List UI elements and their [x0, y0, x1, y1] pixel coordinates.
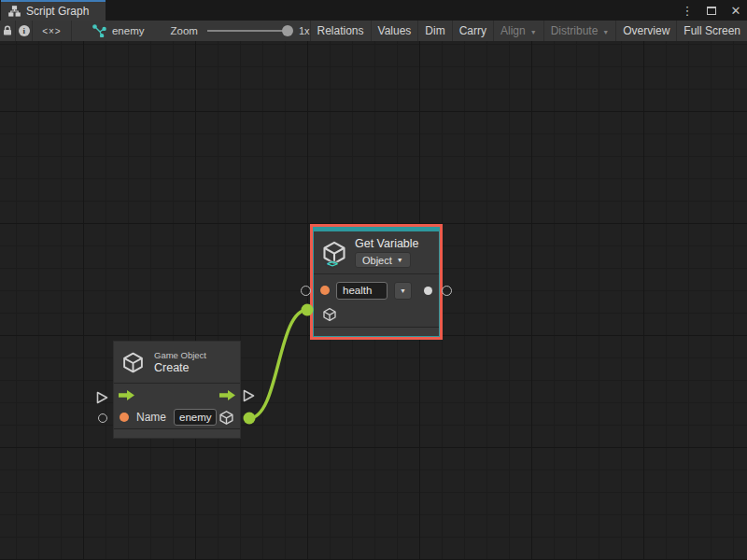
- zoom-slider[interactable]: [207, 30, 291, 32]
- object-type-icon: <>: [327, 258, 337, 270]
- carry-button[interactable]: Carry: [452, 21, 493, 41]
- inspect-button[interactable]: i: [16, 21, 32, 41]
- window-menu-icon[interactable]: ⋮: [680, 2, 695, 19]
- chevron-down-icon: ▼: [602, 29, 609, 35]
- flow-ports-row: [114, 383, 240, 407]
- window-controls: ⋮ ✕: [680, 0, 743, 21]
- variable-name-input[interactable]: health: [336, 282, 388, 300]
- node-header: Game Object Create: [114, 342, 240, 383]
- name-label: Name: [136, 411, 166, 424]
- maximize-icon[interactable]: [704, 2, 719, 19]
- value-port-icon[interactable]: [120, 413, 129, 422]
- chevron-down-icon: ▼: [397, 257, 403, 263]
- value-port-icon[interactable]: [320, 286, 330, 295]
- values-button[interactable]: Values: [371, 21, 418, 41]
- tab-script-graph[interactable]: Script Graph: [1, 0, 106, 21]
- dim-button[interactable]: Dim: [417, 21, 451, 41]
- graph-canvas[interactable]: Game Object Create Name enemy: [0, 41, 747, 560]
- goc-flow-in-port[interactable]: [96, 391, 108, 404]
- lock-icon: [2, 25, 13, 36]
- node-create-game-object[interactable]: Game Object Create Name enemy: [113, 341, 241, 439]
- titlebar: Script Graph ⋮ ✕: [0, 0, 747, 21]
- name-input-row: Name enemy: [114, 407, 240, 429]
- node-footer: [114, 428, 240, 438]
- distribute-button[interactable]: Distribute▼: [543, 21, 616, 41]
- game-object-cube-icon: [121, 351, 145, 374]
- variable-scope-dropdown[interactable]: Object ▼: [355, 252, 411, 268]
- node-title: Create: [154, 361, 206, 374]
- variable-name-row: health ▼: [314, 277, 439, 303]
- node-title: Get Variable: [355, 237, 419, 250]
- wire-endpoint-source[interactable]: [244, 413, 256, 425]
- node-header: <> Get Variable Object ▼: [314, 231, 439, 273]
- target-object-row: [314, 303, 439, 326]
- variable-picker-dropdown[interactable]: ▼: [394, 282, 412, 300]
- goc-flow-out-port[interactable]: [243, 389, 255, 402]
- overview-button[interactable]: Overview: [615, 21, 676, 41]
- game-object-output-icon[interactable]: [218, 410, 234, 426]
- graph-hierarchy-icon: [8, 6, 21, 17]
- graph-name-label: enemy: [112, 25, 145, 36]
- name-input[interactable]: enemy: [174, 409, 217, 426]
- gv-left-value-port[interactable]: [301, 286, 311, 296]
- info-icon: i: [19, 25, 30, 36]
- script-graph-window: Script Graph ⋮ ✕ i <×>: [0, 0, 747, 560]
- node-footer: [314, 327, 439, 336]
- relations-button[interactable]: Relations: [310, 21, 371, 41]
- chevron-down-icon: ▼: [530, 29, 537, 35]
- goc-left-value-port[interactable]: [98, 413, 107, 423]
- close-icon[interactable]: ✕: [728, 2, 743, 19]
- graph-ref-icon: [92, 24, 106, 37]
- align-button[interactable]: Align▼: [493, 21, 543, 41]
- chevron-down-icon: ▼: [400, 287, 406, 294]
- flow-input-arrow-icon[interactable]: [119, 390, 134, 400]
- node-body: health ▼: [314, 273, 439, 336]
- gv-right-output-port[interactable]: [442, 286, 452, 296]
- output-port-icon[interactable]: [424, 287, 432, 295]
- fullscreen-button[interactable]: Full Screen: [676, 21, 747, 41]
- tab-label: Script Graph: [26, 5, 89, 18]
- zoom-control: Zoom 1x: [170, 21, 309, 41]
- node-subtitle: Game Object: [154, 350, 206, 360]
- node-get-variable[interactable]: <> Get Variable Object ▼ health ▼: [310, 224, 443, 340]
- zoom-slider-handle[interactable]: [282, 25, 293, 36]
- game-object-input-icon[interactable]: [322, 307, 337, 322]
- zoom-value: 1x: [299, 25, 310, 36]
- lock-button[interactable]: [0, 21, 16, 41]
- code-view-button[interactable]: <×>: [33, 21, 72, 41]
- graph-reference[interactable]: enemy: [92, 21, 145, 41]
- toolbar: i <×> enemy Zoom 1x Relations: [0, 21, 747, 41]
- toolbar-buttons: Relations Values Dim Carry Align▼ Distri…: [310, 21, 747, 41]
- zoom-label: Zoom: [170, 25, 197, 36]
- flow-output-arrow-icon[interactable]: [219, 390, 235, 400]
